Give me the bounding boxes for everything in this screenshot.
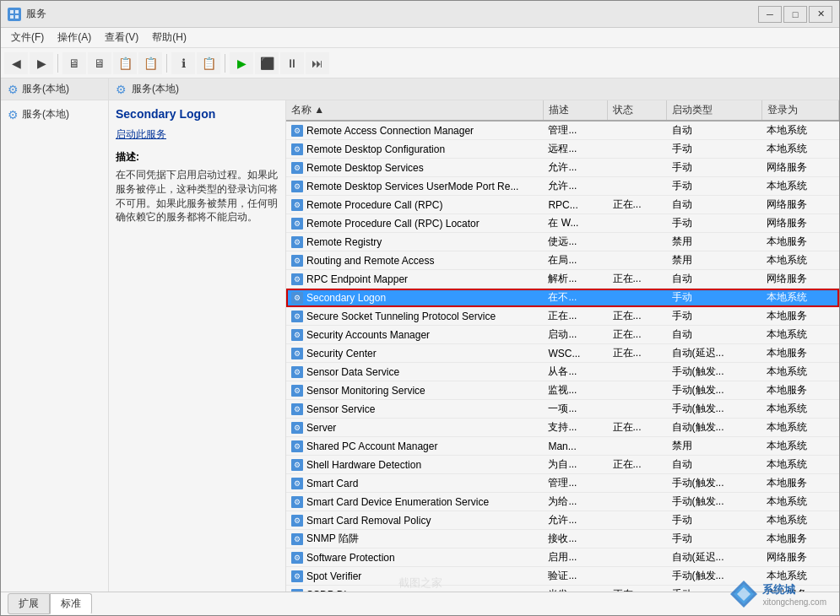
table-row[interactable]: ⚙Remote Desktop Services UserMode Port R… bbox=[286, 177, 839, 196]
table-row[interactable]: ⚙Shared PC Account ManagerMan...禁用本地系统 bbox=[286, 437, 839, 456]
service-status-cell: 正在... bbox=[608, 307, 667, 326]
services-table: 名称 ▲ 描述 状态 启动类型 登录为 ⚙Remote Access Conne… bbox=[286, 100, 839, 592]
close-button[interactable]: ✕ bbox=[809, 6, 832, 23]
detail-panel: Secondary Logon 启动此服务 描述: 在不同凭据下启用启动过程。如… bbox=[109, 100, 286, 592]
service-status-cell bbox=[608, 548, 667, 567]
toolbar-btn4[interactable]: 📋 bbox=[138, 52, 162, 74]
toolbar-btn3[interactable]: 📋 bbox=[113, 52, 137, 74]
service-startup-cell: 手动 bbox=[667, 289, 762, 307]
tab-extend[interactable]: 扩展 bbox=[8, 593, 50, 614]
sidebar-item-local[interactable]: ⚙ 服务(本地) bbox=[4, 104, 105, 125]
services-table-wrapper[interactable]: 名称 ▲ 描述 状态 启动类型 登录为 ⚙Remote Access Conne… bbox=[286, 100, 839, 592]
app-icon bbox=[8, 8, 21, 21]
table-row[interactable]: ⚙Remote Procedure Call (RPC)RPC...正在...自… bbox=[286, 196, 839, 214]
service-desc-cell: 当发... bbox=[543, 586, 607, 592]
window-controls: ─ □ ✕ bbox=[758, 6, 832, 23]
table-row[interactable]: ⚙Software Protection启用...自动(延迟...网络服务 bbox=[286, 548, 839, 567]
service-status-cell bbox=[608, 121, 667, 140]
minimize-button[interactable]: ─ bbox=[758, 6, 782, 23]
tab-standard[interactable]: 标准 bbox=[50, 593, 92, 614]
detail-service-name: Secondary Logon bbox=[116, 107, 279, 121]
service-startup-cell: 手动 bbox=[667, 159, 762, 177]
toolbar-back[interactable]: ◀ bbox=[4, 52, 28, 74]
table-row[interactable]: ⚙Security Accounts Manager启动...正在...自动本地… bbox=[286, 326, 839, 344]
menu-view[interactable]: 查看(V) bbox=[98, 29, 145, 46]
service-name-cell: ⚙Remote Access Connection Manager bbox=[286, 121, 543, 140]
main-content: Secondary Logon 启动此服务 描述: 在不同凭据下启用启动过程。如… bbox=[109, 100, 839, 592]
toolbar-restart[interactable]: ⏭ bbox=[306, 52, 329, 74]
service-name-cell: ⚙Spot Verifier bbox=[286, 567, 543, 586]
table-row[interactable]: ⚙Remote Registry使远...禁用本地服务 bbox=[286, 233, 839, 251]
service-startup-cell: 手动 bbox=[667, 177, 762, 196]
toolbar-stop[interactable]: ⬛ bbox=[255, 52, 279, 74]
toolbar-forward[interactable]: ▶ bbox=[30, 52, 53, 74]
service-name-cell: ⚙Security Accounts Manager bbox=[286, 326, 543, 344]
service-logon-cell: 本地服务 bbox=[761, 381, 838, 400]
toolbar-pause[interactable]: ⏸ bbox=[280, 52, 304, 74]
service-status-cell bbox=[608, 140, 667, 159]
table-row[interactable]: ⚙Smart Card管理...手动(触发...本地服务 bbox=[286, 474, 839, 493]
service-name-cell: ⚙Remote Desktop Services bbox=[286, 159, 543, 177]
toolbar-btn2[interactable]: 🖥 bbox=[88, 52, 111, 74]
table-row[interactable]: ⚙Remote Procedure Call (RPC) Locator在 W.… bbox=[286, 214, 839, 233]
table-row[interactable]: ⚙Security CenterWSC...正在...自动(延迟...本地服务 bbox=[286, 344, 839, 363]
table-row[interactable]: ⚙Sensor Service一项...手动(触发...本地系统 bbox=[286, 400, 839, 419]
col-name[interactable]: 名称 ▲ bbox=[286, 100, 543, 121]
main-area: ⚙ 服务(本地) ⚙ 服务(本地) ⚙ 服务(本地) Secondary bbox=[1, 78, 839, 592]
menu-file[interactable]: 文件(F) bbox=[4, 29, 51, 46]
table-row[interactable]: ⚙Secure Socket Tunneling Protocol Servic… bbox=[286, 307, 839, 326]
toolbar-play[interactable]: ▶ bbox=[230, 52, 253, 74]
service-desc-cell: Man... bbox=[543, 437, 607, 456]
table-row[interactable]: ⚙Sensor Data Service从各...手动(触发...本地系统 bbox=[286, 363, 839, 381]
service-desc-cell: 从各... bbox=[543, 363, 607, 381]
col-logon[interactable]: 登录为 bbox=[761, 100, 838, 121]
table-row[interactable]: ⚙Sensor Monitoring Service监视...手动(触发...本… bbox=[286, 381, 839, 400]
service-status-cell: 正在... bbox=[608, 344, 667, 363]
table-row[interactable]: ⚙RPC Endpoint Mapper解析...正在...自动网络服务 bbox=[286, 270, 839, 289]
service-logon-cell: 本地系统 bbox=[761, 177, 838, 196]
title-bar-left: 服务 bbox=[8, 7, 46, 21]
col-startup[interactable]: 启动类型 bbox=[667, 100, 762, 121]
toolbar-up[interactable]: 🖥 bbox=[62, 52, 86, 74]
service-startup-cell: 禁用 bbox=[667, 233, 762, 251]
service-startup-cell: 自动(延迟... bbox=[667, 548, 762, 567]
service-startup-cell: 自动 bbox=[667, 456, 762, 474]
service-desc-cell: 允许... bbox=[543, 177, 607, 196]
service-startup-cell: 自动 bbox=[667, 196, 762, 214]
table-row[interactable]: ⚙Remote Access Connection Manager管理...自动… bbox=[286, 121, 839, 140]
col-status[interactable]: 状态 bbox=[608, 100, 667, 121]
table-row[interactable]: ⚙Routing and Remote Access在局...禁用本地系统 bbox=[286, 251, 839, 270]
menu-action[interactable]: 操作(A) bbox=[51, 29, 98, 46]
table-row[interactable]: ⚙Remote Desktop Configuration远程...手动本地系统 bbox=[286, 140, 839, 159]
service-name-cell: ⚙RPC Endpoint Mapper bbox=[286, 270, 543, 289]
toolbar-btn5[interactable]: ℹ bbox=[171, 52, 195, 74]
table-row[interactable]: ⚙Smart Card Device Enumeration Service为给… bbox=[286, 493, 839, 511]
table-row[interactable]: ⚙Remote Desktop Services允许...手动网络服务 bbox=[286, 159, 839, 177]
service-desc-cell: 允许... bbox=[543, 159, 607, 177]
maximize-button[interactable]: □ bbox=[783, 6, 807, 23]
menu-help[interactable]: 帮助(H) bbox=[145, 29, 193, 46]
service-name-cell: ⚙Remote Registry bbox=[286, 233, 543, 251]
toolbar-btn6[interactable]: 📋 bbox=[197, 52, 220, 74]
table-row[interactable]: ⚙Server支持...正在...自动(触发...本地系统 bbox=[286, 419, 839, 437]
service-startup-cell: 手动(触发... bbox=[667, 493, 762, 511]
service-name-cell: ⚙Remote Procedure Call (RPC) bbox=[286, 196, 543, 214]
table-row[interactable]: ⚙Smart Card Removal Policy允许...手动本地系统 bbox=[286, 511, 839, 530]
table-row[interactable]: ⚙Secondary Logon在不...手动本地系统 bbox=[286, 289, 839, 307]
service-desc-cell: 监视... bbox=[543, 381, 607, 400]
service-desc-cell: 在局... bbox=[543, 251, 607, 270]
service-startup-cell: 自动 bbox=[667, 270, 762, 289]
col-desc[interactable]: 描述 bbox=[543, 100, 607, 121]
table-row[interactable]: ⚙SNMP 陷阱接收...手动本地服务 bbox=[286, 530, 839, 548]
service-status-cell: 正在... bbox=[608, 326, 667, 344]
sidebar-header: ⚙ 服务(本地) bbox=[1, 78, 108, 100]
detail-start-link[interactable]: 启动此服务 bbox=[116, 127, 279, 142]
service-desc-cell: 在 W... bbox=[543, 214, 607, 233]
table-row[interactable]: ⚙Shell Hardware Detection为自...正在...自动本地系… bbox=[286, 456, 839, 474]
detail-desc-text: 在不同凭据下启用启动过程。如果此服务被停止，这种类型的登录访问将不可用。如果此服… bbox=[116, 168, 279, 224]
menu-bar: 文件(F) 操作(A) 查看(V) 帮助(H) bbox=[1, 28, 839, 48]
service-logon-cell: 本地服务 bbox=[761, 233, 838, 251]
status-bar: 扩展 标准 bbox=[1, 592, 839, 615]
service-name-cell: ⚙Secure Socket Tunneling Protocol Servic… bbox=[286, 307, 543, 326]
service-startup-cell: 手动(触发... bbox=[667, 381, 762, 400]
